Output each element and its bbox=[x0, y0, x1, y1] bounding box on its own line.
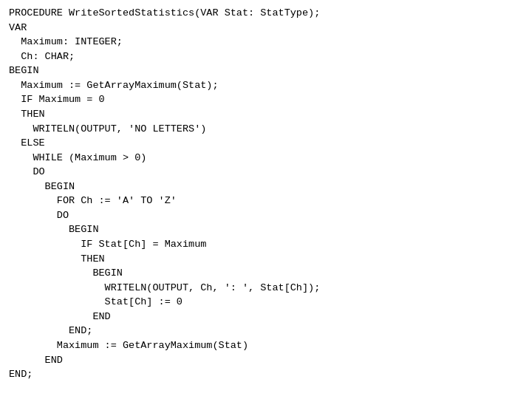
code-block: PROCEDURE WriteSortedStatistics(VAR Stat… bbox=[9, 6, 523, 382]
